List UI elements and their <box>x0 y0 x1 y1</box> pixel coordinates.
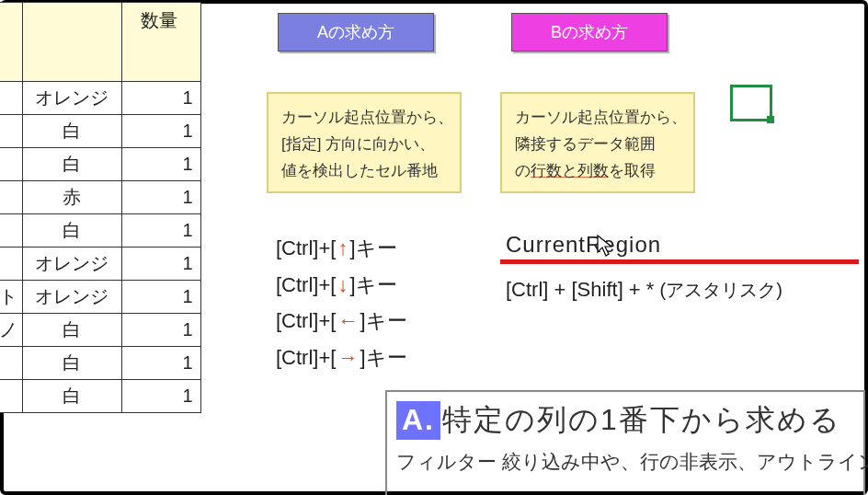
red-underline <box>500 259 859 264</box>
asterisk-label: (アスタリスク) <box>660 280 782 300</box>
shortcut-pre: [Ctrl]+[ <box>276 230 336 267</box>
section-a-box: A.特定の列の1番下から求める フィルター 絞り込み中や、行の非表示、アウトライ… <box>385 390 865 495</box>
table-row[interactable]: オレンジ1 <box>0 82 200 115</box>
cell-qty[interactable]: 1 <box>121 380 200 413</box>
table-body: オレンジ1 白1 白1 赤1 白1 オレンジ1 トオレンジ1 ノ白1 白1 白1 <box>0 82 200 413</box>
cell-color[interactable]: 赤 <box>22 181 121 214</box>
shortcut-post: ]キー <box>360 340 406 376</box>
cell-name[interactable]: ノ <box>0 314 22 347</box>
method-b-note: カーソル起点位置から、 隣接するデータ範囲 の行数と列数を取得 <box>500 92 695 193</box>
table-row[interactable]: 白1 <box>0 347 200 380</box>
table-row[interactable]: 白1 <box>0 380 200 413</box>
cell-color[interactable]: オレンジ <box>22 248 121 281</box>
arrow-right-icon: → <box>336 340 360 376</box>
note-b-line3: の行数と列数を取得 <box>515 158 684 185</box>
cell-qty[interactable]: 1 <box>121 115 200 148</box>
table-header: 色 数量 <box>0 3 200 82</box>
shortcut-keys: [Ctrl] + [Shift] + * <box>506 278 654 301</box>
cell-qty[interactable]: 1 <box>121 347 200 380</box>
cell-color[interactable]: オレンジ <box>22 82 121 115</box>
cell-name[interactable] <box>0 82 22 115</box>
cell-qty[interactable]: 1 <box>121 82 200 115</box>
shortcut-post: ]キー <box>360 303 406 340</box>
cell-qty[interactable]: 1 <box>121 214 200 248</box>
shortcut-pre: [Ctrl]+[ <box>276 267 336 304</box>
note-a-line2: [指定] 方向に向かい、 <box>281 132 451 158</box>
cell-name[interactable] <box>0 347 22 380</box>
note-b-line3-underline: 行数と列数 <box>531 162 609 179</box>
header-qty: 数量 <box>121 3 200 82</box>
cell-color[interactable]: 白 <box>22 148 121 181</box>
cell-name[interactable] <box>0 380 22 413</box>
current-region-title: CurrentRegion <box>506 232 782 258</box>
note-a-line1: カーソル起点位置から、 <box>281 105 451 132</box>
table-row[interactable]: オレンジ1 <box>0 248 200 281</box>
current-region-shortcut: [Ctrl] + [Shift] + * (アスタリスク) <box>506 278 782 303</box>
shortcut-pre: [Ctrl]+[ <box>276 340 336 376</box>
note-b-line1: カーソル起点位置から、 <box>515 105 684 132</box>
cell-color[interactable]: 白 <box>22 347 121 380</box>
table-row[interactable]: 白1 <box>0 214 200 248</box>
shortcut-row: [Ctrl]+[ ← ]キー <box>276 303 407 340</box>
cell-name[interactable] <box>0 248 22 281</box>
cell-qty[interactable]: 1 <box>121 281 200 314</box>
method-a-shortcuts: [Ctrl]+[ ↑ ]キー [Ctrl]+[ ↓ ]キー [Ctrl]+[ ←… <box>276 230 407 375</box>
cell-name[interactable]: ト <box>0 281 22 314</box>
table-row[interactable]: 白1 <box>0 115 200 148</box>
table-row[interactable]: 白1 <box>0 148 200 181</box>
cell-name[interactable] <box>0 214 22 248</box>
cell-color[interactable]: 白 <box>22 214 121 248</box>
method-a-button[interactable]: Aの求め方 <box>278 13 434 52</box>
cell-color[interactable]: 白 <box>22 380 121 413</box>
arrow-down-icon: ↓ <box>336 267 349 304</box>
shortcut-row: [Ctrl]+[ ↑ ]キー <box>276 230 407 267</box>
section-a-title: 特定の列の1番下から求める <box>442 403 841 436</box>
method-b-button[interactable]: Bの求め方 <box>511 13 668 52</box>
note-a-line3: 値を検出したセル番地 <box>281 158 451 185</box>
method-b-shortcuts: CurrentRegion [Ctrl] + [Shift] + * (アスタリ… <box>506 232 782 303</box>
cell-color[interactable]: オレンジ <box>22 281 121 314</box>
note-b-line3-prefix: の <box>515 162 531 179</box>
cell-name[interactable] <box>0 181 22 214</box>
cell-color[interactable]: 白 <box>22 314 121 347</box>
cell-color[interactable]: 白 <box>22 115 121 148</box>
cell-name[interactable] <box>0 148 22 181</box>
shortcut-row: [Ctrl]+[ ↓ ]キー <box>276 267 407 304</box>
shortcut-post: ]キー <box>349 230 396 267</box>
note-b-line3-suffix: を取得 <box>609 162 656 179</box>
screenshot-root: 色 数量 オレンジ1 白1 白1 赤1 白1 オレンジ1 トオレンジ1 ノ白1 … <box>0 0 868 495</box>
cell-qty[interactable]: 1 <box>121 248 200 281</box>
cell-qty[interactable]: 1 <box>121 181 200 214</box>
table-row[interactable]: 赤1 <box>0 181 200 214</box>
shortcut-post: ]キー <box>349 267 396 304</box>
table-row[interactable]: トオレンジ1 <box>0 281 200 314</box>
header-name <box>0 3 22 82</box>
shortcut-pre: [Ctrl]+[ <box>276 303 336 340</box>
data-table[interactable]: 色 数量 オレンジ1 白1 白1 赤1 白1 オレンジ1 トオレンジ1 ノ白1 … <box>0 2 201 413</box>
arrow-up-icon: ↑ <box>336 230 349 267</box>
cell-name[interactable] <box>0 115 22 148</box>
active-cell-selection[interactable] <box>730 85 772 121</box>
cell-qty[interactable]: 1 <box>121 148 200 181</box>
method-a-note: カーソル起点位置から、 [指定] 方向に向かい、 値を検出したセル番地 <box>267 92 462 193</box>
cell-qty[interactable]: 1 <box>121 314 200 347</box>
table-row[interactable]: ノ白1 <box>0 314 200 347</box>
shortcut-row: [Ctrl]+[ → ]キー <box>276 340 407 376</box>
section-a-heading: A.特定の列の1番下から求める <box>396 401 854 440</box>
arrow-left-icon: ← <box>336 303 360 340</box>
note-b-line2: 隣接するデータ範囲 <box>515 132 684 158</box>
section-a-subtext: フィルター 絞り込み中や、行の非表示、アウトライン中は <box>396 449 854 474</box>
section-a-badge: A. <box>396 401 440 440</box>
header-color: 色 <box>22 3 121 82</box>
